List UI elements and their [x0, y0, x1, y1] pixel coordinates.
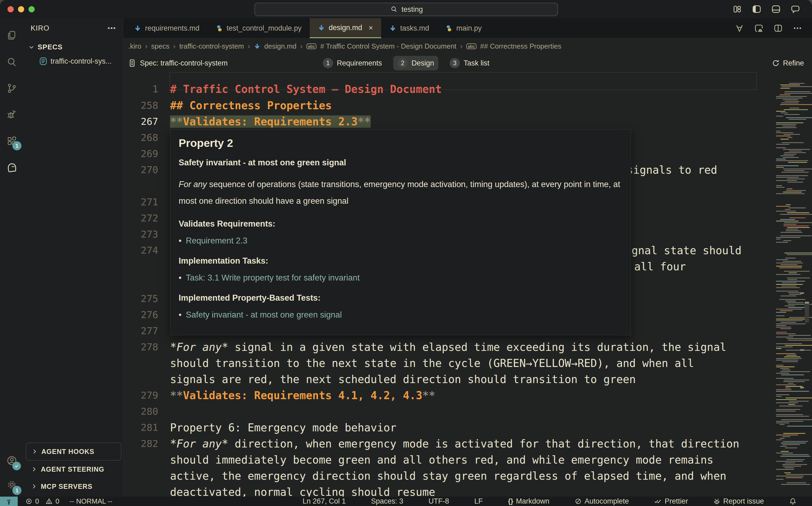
braces-icon: {} — [508, 497, 513, 505]
vim-mode-indicator: -- NORMAL -- — [70, 497, 112, 505]
zoom-window-button[interactable] — [28, 6, 34, 12]
tab-design-md[interactable]: design.md × — [310, 18, 381, 38]
breadcrumb-item[interactable]: # Traffic Control System - Design Docume… — [320, 42, 456, 51]
editor-line[interactable]: should transition to the next state in t… — [170, 355, 694, 371]
problems-indicator[interactable]: 0 0 — [25, 497, 59, 505]
account-icon[interactable] — [0, 451, 24, 470]
editor-line-current[interactable]: **Validates: Requirements 2.3** — [170, 113, 371, 130]
symbol-abc-icon: abc — [466, 44, 476, 49]
occluded-text-fragment[interactable]: signals to red — [626, 162, 717, 178]
editor-line[interactable]: *For any* direction, when emergency mode… — [170, 435, 739, 452]
more-actions-icon[interactable] — [793, 23, 802, 33]
editor-line[interactable]: active, the emergency direction should s… — [170, 468, 726, 484]
split-editor-icon[interactable] — [773, 23, 783, 33]
app-window: ← → testing — [0, 0, 812, 506]
popup-link-test[interactable]: Safety invariant - at most one green sig… — [178, 309, 622, 321]
popup-section-heading: Implemented Property-Based Tests: — [178, 292, 622, 303]
encoding-setting[interactable]: UTF-8 — [414, 495, 449, 506]
editor-line[interactable]: should immediately become green and all … — [170, 451, 714, 468]
popup-link-requirement[interactable]: Requirement 2.3 — [178, 235, 622, 246]
editor-line[interactable]: Property 6: Emergency mode behavior — [170, 419, 396, 436]
language-mode[interactable]: {} Markdown — [493, 495, 549, 506]
gear-badge: 1 — [12, 486, 21, 495]
spec-step-requirements[interactable]: 1 Requirements — [318, 56, 386, 70]
toggle-panel-icon[interactable] — [771, 4, 781, 14]
filter-icon[interactable] — [735, 23, 744, 33]
editor-line[interactable]: ## Correctness Properties — [170, 97, 332, 114]
agent-steering-section[interactable]: AGENT STEERING — [26, 460, 122, 478]
line-number: 278 — [123, 339, 158, 355]
line-number: 279 — [123, 387, 158, 404]
breadcrumb: .kiro › specs › traffic-control-system ›… — [123, 38, 812, 54]
line-number: 275 — [123, 290, 158, 307]
eol-setting[interactable]: LF — [459, 495, 483, 506]
open-preview-icon[interactable] — [754, 23, 764, 33]
tab-tasks-md[interactable]: tasks.md — [381, 18, 437, 38]
sidebar-item-traffic-control-system[interactable]: traffic-control-sys... — [24, 54, 123, 69]
breadcrumb-item[interactable]: ## Correctness Properties — [480, 42, 562, 51]
line-number: 282 — [123, 435, 158, 452]
sidebar-panel: KIRO ••• SPECS traffic-control-sys... AG… — [24, 18, 123, 497]
minimize-window-button[interactable] — [18, 6, 24, 12]
occluded-text-fragment[interactable]: signal state should — [618, 242, 742, 259]
editor-line[interactable]: **Validates: Requirements 4.1, 4.2, 4.3*… — [170, 387, 435, 404]
layout-grid-icon[interactable] — [733, 4, 742, 14]
editor-canvas[interactable]: 1 258 267 268 269 270 271 272 273 274 27… — [123, 72, 812, 497]
spec-step-task-list[interactable]: 3 Task list — [445, 56, 494, 70]
occluded-text-fragment[interactable]: all four — [634, 258, 686, 275]
indentation-setting[interactable]: Spaces: 3 — [356, 495, 403, 506]
spec-file-icon — [39, 57, 48, 66]
current-line-border — [169, 72, 757, 90]
tab-test-control-module-py[interactable]: test_control_module.py — [208, 18, 310, 38]
prettier-status[interactable]: Prettier — [639, 495, 688, 506]
command-search-bar[interactable]: testing — [254, 3, 558, 16]
minimap[interactable] — [776, 77, 812, 490]
mcp-servers-section[interactable]: MCP SERVERS — [26, 478, 122, 495]
popup-section-heading: Implementation Tasks: — [178, 256, 622, 266]
scrollbar-thumb[interactable] — [805, 302, 809, 323]
editor-line[interactable]: *For any* signal in a given state with e… — [170, 339, 726, 355]
kiro-ghost-icon[interactable] — [0, 158, 24, 177]
errors-count: 0 — [35, 497, 39, 505]
extensions-icon[interactable]: 1 — [0, 132, 24, 151]
line-number: 272 — [123, 210, 158, 227]
markdown-file-icon — [134, 25, 141, 32]
breadcrumb-item[interactable]: traffic-control-system — [179, 42, 244, 51]
explorer-icon[interactable] — [0, 26, 24, 45]
notifications-bell-icon[interactable] — [774, 495, 796, 506]
sidebar-more-icon[interactable]: ••• — [108, 24, 116, 32]
autocomplete-toggle[interactable]: Autocomplete — [560, 495, 629, 506]
search-icon — [389, 5, 399, 14]
report-issue-button[interactable]: Report issue — [698, 495, 764, 506]
cursor-position[interactable]: Ln 267, Col 1 — [288, 495, 346, 506]
search-panel-icon[interactable] — [0, 53, 24, 72]
spec-step-design[interactable]: 2 Design — [393, 56, 438, 70]
spec-doc-icon — [128, 59, 136, 67]
tab-requirements-md[interactable]: requirements.md — [126, 18, 208, 38]
agent-hooks-section[interactable]: AGENT HOOKS — [26, 442, 122, 460]
source-control-icon[interactable] — [0, 79, 24, 98]
titlebar: ← → testing — [0, 0, 812, 18]
breadcrumb-item[interactable]: specs — [151, 42, 169, 51]
status-bar: 0 0 -- NORMAL -- Ln 267, Col 1 Spaces: 3… — [0, 497, 812, 506]
chevron-right-icon — [31, 466, 37, 472]
debug-icon[interactable] — [0, 105, 24, 124]
popup-link-task[interactable]: Task: 3.1 Write property test for safety… — [178, 272, 622, 283]
chat-icon[interactable] — [791, 4, 800, 14]
breadcrumb-item[interactable]: .kiro — [128, 42, 141, 51]
breadcrumb-item[interactable]: design.md — [264, 42, 297, 51]
close-window-button[interactable] — [7, 6, 14, 12]
popup-subtitle: Safety invariant - at most one green sig… — [178, 157, 622, 168]
markdown-file-icon — [318, 24, 325, 31]
tab-main-py[interactable]: main.py — [437, 18, 490, 38]
close-tab-icon[interactable]: × — [369, 24, 373, 32]
refine-button[interactable]: Refine — [772, 59, 804, 67]
editor-line[interactable]: signals are red, the next scheduled dire… — [170, 371, 636, 388]
toggle-sidebar-icon[interactable] — [752, 4, 761, 14]
popup-title: Property 2 — [178, 136, 622, 150]
gear-icon[interactable]: 1 — [0, 475, 24, 495]
remote-indicator-button[interactable] — [0, 497, 18, 506]
specs-section-header[interactable]: SPECS — [24, 38, 123, 54]
chevron-right-icon — [31, 484, 37, 489]
chevron-down-icon — [28, 44, 35, 51]
